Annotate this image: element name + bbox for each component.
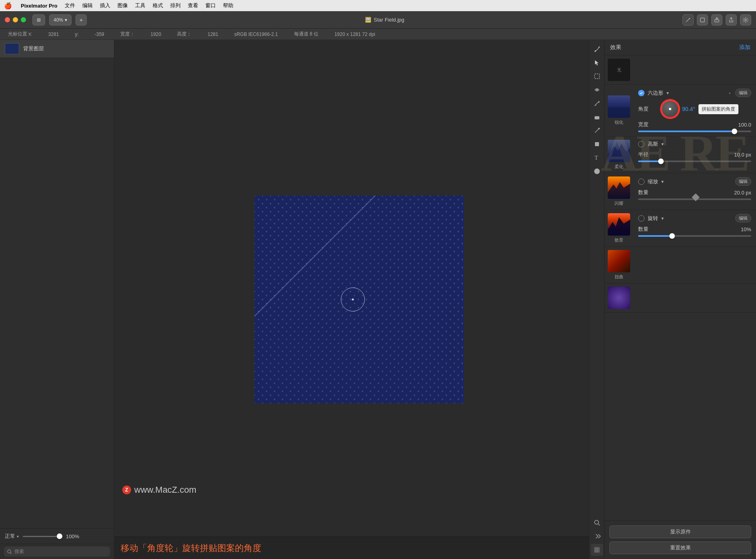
- zoom-amount-slider-fill: [638, 198, 695, 200]
- opacity-control[interactable]: 100%: [23, 533, 79, 539]
- pen-tool-button[interactable]: [682, 14, 694, 26]
- show-original-button[interactable]: 显示原件: [609, 525, 751, 538]
- export-button[interactable]: [711, 14, 722, 26]
- main-layout: 背景图层 正常 ▾ 100% 搜索: [0, 40, 756, 559]
- gaussian-toggle[interactable]: [638, 141, 645, 147]
- menu-insert[interactable]: 插入: [100, 2, 110, 9]
- zoom-value: 40%: [54, 17, 63, 23]
- rotation-thumbnail: [608, 213, 630, 236]
- maximize-button[interactable]: [21, 17, 26, 22]
- rotation-edit-button[interactable]: 编辑: [735, 214, 751, 222]
- zoom-amount-slider[interactable]: [638, 198, 751, 200]
- eraser-tool-icon[interactable]: [591, 111, 603, 123]
- gaussian-thumbnail: [608, 140, 630, 162]
- titlebar: ⊞ 40% ▾ + 🖼️ Star Field.jpg: [0, 11, 756, 29]
- menu-tools[interactable]: 工具: [135, 2, 145, 9]
- pen-tool-icon[interactable]: [591, 125, 603, 137]
- angle-row: 角度 90.4° 拼贴图案的角度: [638, 100, 751, 118]
- check-icon: [640, 91, 643, 95]
- minimize-button[interactable]: [13, 17, 18, 22]
- menu-image[interactable]: 图像: [117, 2, 128, 9]
- zoom-button[interactable]: 40% ▾: [49, 14, 72, 26]
- width-slider-thumb[interactable]: [732, 129, 737, 134]
- canvas[interactable]: [255, 196, 464, 403]
- instruction-text: 移动「角度轮」旋转拼贴图案的角度: [121, 542, 261, 554]
- menu-file[interactable]: 文件: [65, 2, 75, 9]
- hexagon-thumb-label: 锐化: [615, 119, 623, 125]
- settings-button[interactable]: [740, 14, 751, 26]
- crop-tool-button[interactable]: [697, 14, 708, 26]
- infobar: 光标位置 x: 3281 y: -359 宽度： 1920 高度： 1281 s…: [0, 29, 756, 40]
- width-slider[interactable]: [638, 131, 751, 132]
- effects-tool-icon[interactable]: [591, 84, 603, 96]
- cursor-tool-icon[interactable]: [591, 57, 603, 69]
- blend-mode-select[interactable]: 正常 ▾: [5, 533, 19, 540]
- add-effect-button[interactable]: 添加: [739, 44, 750, 51]
- search-bar[interactable]: 搜索: [4, 547, 110, 557]
- menu-arrange[interactable]: 排列: [170, 2, 181, 9]
- blend-mode-value: 正常: [5, 533, 15, 540]
- hexagon-controls: 六边形 ▾ • 编辑 角度 90.4°: [633, 85, 756, 136]
- height-label: 高度：: [177, 31, 191, 38]
- paint-tool-icon[interactable]: [591, 43, 603, 55]
- expand-panel-icon[interactable]: [591, 530, 603, 542]
- text-tool-icon[interactable]: T: [591, 152, 603, 164]
- hexagon-main-row: 锐化 六边形 ▾ • 编辑 角度: [605, 85, 756, 136]
- hexagon-toggle[interactable]: [638, 90, 645, 96]
- menubar: 🍎 Pixelmator Pro 文件 编辑 插入 图像 工具 格式 排列 查看…: [0, 0, 756, 11]
- close-button[interactable]: [5, 17, 10, 22]
- width-value: 1920: [151, 32, 161, 37]
- radius-slider-thumb[interactable]: [658, 159, 664, 164]
- distort-controls: [633, 247, 756, 283]
- gaussian-dropdown-icon[interactable]: ▾: [661, 141, 664, 147]
- zoom-thumb-label: 闪耀: [615, 200, 623, 206]
- mandala-thumb-col: [605, 283, 633, 312]
- hexagon-thumbnail: [608, 95, 630, 118]
- apple-menu[interactable]: 🍎: [4, 2, 12, 10]
- reset-effects-button[interactable]: 重置效果: [609, 541, 751, 554]
- effect-row-zoom: 闪耀 缩放 ▾ 编辑 数量 20.0 px: [605, 173, 756, 210]
- zoom-amount-label: 数量: [638, 189, 649, 196]
- zoom-toggle[interactable]: [638, 178, 645, 185]
- menu-window[interactable]: 窗口: [205, 2, 216, 9]
- angle-knob[interactable]: [661, 100, 679, 118]
- radius-label: 半径: [638, 151, 649, 158]
- svg-point-2: [745, 19, 746, 21]
- left-panel: 背景图层 正常 ▾ 100% 搜索: [0, 40, 114, 559]
- hexagon-edit-button[interactable]: 编辑: [735, 89, 751, 97]
- add-button[interactable]: +: [76, 14, 87, 26]
- selection-tool-icon[interactable]: [591, 70, 603, 82]
- rotation-amount-slider[interactable]: [638, 235, 751, 237]
- hexagon-dropdown-icon[interactable]: ▾: [666, 90, 669, 96]
- zoom-controls: 缩放 ▾ 编辑 数量 20.0 px: [633, 173, 756, 210]
- rotation-slider-thumb[interactable]: [669, 233, 675, 239]
- view-mode-button[interactable]: ⊞: [32, 14, 45, 26]
- layer-item[interactable]: 背景图层: [0, 40, 114, 57]
- effect-thumb-col-none: 无: [605, 56, 633, 84]
- rotation-toggle[interactable]: [638, 215, 645, 222]
- opacity-slider-thumb[interactable]: [57, 533, 62, 539]
- title-icon: 🖼️: [365, 17, 371, 23]
- menu-format[interactable]: 格式: [153, 2, 163, 9]
- width-slider-fill: [638, 131, 734, 132]
- share-button[interactable]: [726, 14, 737, 26]
- radius-slider[interactable]: [638, 161, 751, 162]
- app-name[interactable]: Pixelmator Pro: [21, 3, 58, 9]
- texture-tool-icon[interactable]: [591, 544, 603, 556]
- color-fill-icon[interactable]: [591, 165, 603, 177]
- layer-name: 背景图层: [23, 45, 44, 52]
- zoom-tool-icon[interactable]: [591, 517, 603, 529]
- zoom-edit-button[interactable]: 编辑: [735, 177, 751, 186]
- menu-edit[interactable]: 编辑: [82, 2, 93, 9]
- opacity-slider-track[interactable]: [23, 536, 63, 537]
- brush-tool-icon[interactable]: [591, 97, 603, 109]
- rotation-dropdown-icon[interactable]: ▾: [661, 216, 664, 221]
- gaussian-thumb-col: 柔化: [605, 137, 633, 173]
- menu-view[interactable]: 查看: [188, 2, 198, 9]
- zoom-dropdown-icon[interactable]: ▾: [661, 179, 664, 184]
- cursor-y-value: -359: [95, 32, 104, 37]
- shape-tool-icon[interactable]: [591, 138, 603, 150]
- distort-thumb-col: 扭曲: [605, 247, 633, 283]
- menu-help[interactable]: 帮助: [223, 2, 233, 9]
- canvas-area[interactable]: Z www.MacZ.com 移动「角度轮」旋转拼贴图案的角度: [114, 40, 604, 559]
